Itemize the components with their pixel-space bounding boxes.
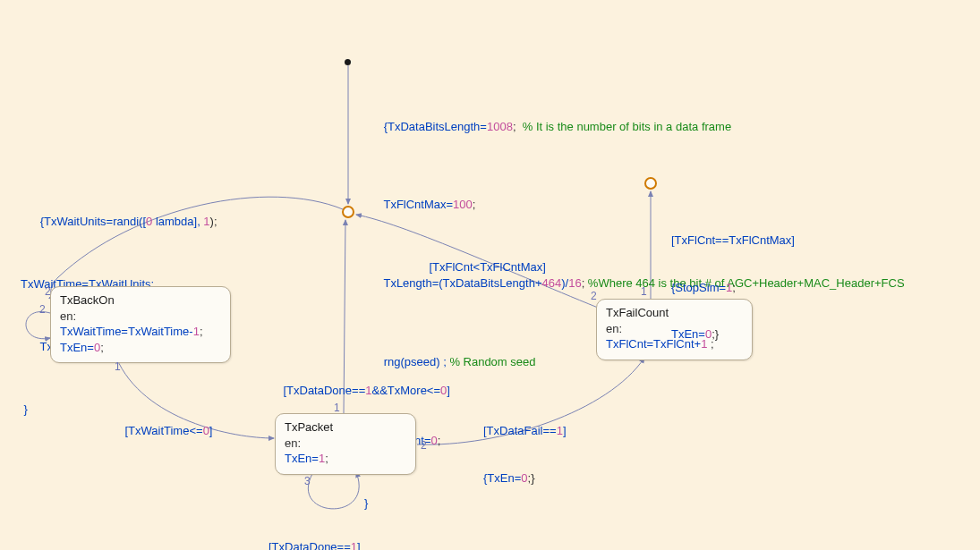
transition-order: 2 — [591, 289, 597, 303]
stateflow-canvas: {TxDataBitsLength=1008; % It is the numb… — [0, 0, 980, 550]
transition-order: 1 — [115, 360, 121, 374]
transition-condition-done-more: [TxDataDone==1&&TxMore<=0] — [270, 367, 450, 414]
transition-order: 2 — [45, 284, 51, 299]
state-title: TxPacket — [285, 419, 406, 436]
state-title: TxBackOn — [60, 292, 221, 309]
transition-txdatafail: [TxDataFail==1] {TxEn=0;} — [483, 392, 567, 517]
transition-condition-wait: [TxWaitTime<=0] — [112, 407, 212, 454]
junction-main[interactable] — [342, 206, 354, 218]
state-txpacket[interactable]: TxPacket en: TxEn=1; — [275, 413, 416, 475]
state-txbackon[interactable]: TxBackOn en: TxWaitTime=TxWaitTime-1; Tx… — [50, 286, 231, 363]
transition-condition-cntlt: [TxFlCnt<TxFlCntMax] — [416, 243, 546, 291]
transition-order: 2 — [421, 438, 427, 453]
transition-order: 1 — [641, 284, 647, 299]
initial-transition-dot — [345, 59, 351, 65]
transition-self-txpacket: [TxDataDone==1] {TxMore=TxMore-1;} — [268, 508, 376, 550]
transition-order: 2 — [39, 302, 46, 317]
transition-stop: [TxFlCnt==TxFlCntMax] {StopSim=1; TxEn=0… — [671, 201, 795, 374]
transition-order: 3 — [304, 474, 311, 488]
